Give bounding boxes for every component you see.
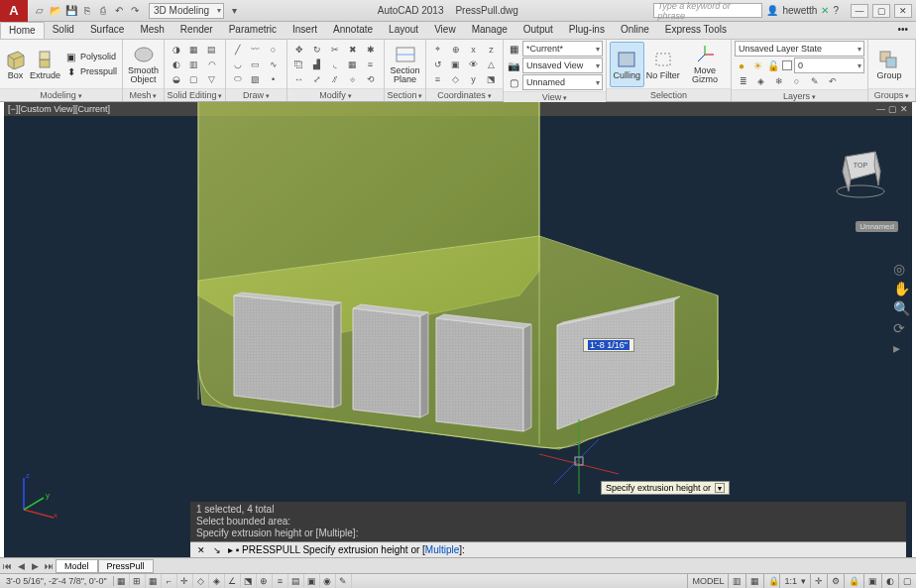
point-icon[interactable]: • [265, 72, 282, 86]
ucs-origin-icon[interactable]: ⊕ [447, 43, 464, 57]
ucs-world-icon[interactable]: ⌖ [429, 43, 446, 57]
exchange-icon[interactable]: ✕ [821, 5, 829, 16]
tab-render[interactable]: Render [172, 22, 221, 39]
sb-am-icon[interactable]: ✎ [336, 574, 352, 589]
intersect-icon[interactable]: ◒ [168, 72, 184, 86]
sb-sc-icon[interactable]: ◉ [320, 574, 336, 589]
tab-insert[interactable]: Insert [285, 22, 325, 39]
hatch-icon[interactable]: ▨ [247, 72, 264, 86]
line-icon[interactable]: ╱ [229, 43, 246, 57]
sb-osnap-icon[interactable]: ◇ [193, 574, 209, 589]
polyline-icon[interactable]: 〰 [247, 43, 264, 57]
app-menu-button[interactable]: A [0, 0, 28, 22]
panel-modeling-title[interactable]: Modeling [40, 90, 81, 100]
fillet-edge-icon[interactable]: ◠ [203, 58, 220, 71]
tab-layout[interactable]: Layout [381, 22, 426, 39]
panel-view-title[interactable]: View [542, 92, 567, 102]
sb-layout-icon[interactable]: ▥ [728, 574, 745, 589]
coords-readout[interactable]: 3'-0 5/16", -2'-4 7/8", 0'-0" [0, 576, 114, 586]
sb-clean-icon[interactable]: ▢ [898, 574, 916, 589]
close-button[interactable]: ✕ [894, 4, 912, 18]
sb-hw-icon[interactable]: ▣ [863, 574, 881, 589]
tab-online[interactable]: Online [613, 22, 657, 39]
minimize-button[interactable]: — [851, 4, 868, 18]
move-icon[interactable]: ✥ [290, 43, 307, 57]
tab-expresstools[interactable]: Express Tools [657, 22, 735, 39]
view-unsaved-combo[interactable]: Unsaved View [522, 58, 603, 73]
bulb-icon[interactable]: ● [735, 59, 748, 72]
smooth-object-button[interactable]: Smooth Object [126, 42, 161, 87]
sb-qv-icon[interactable]: ▦ [745, 574, 763, 589]
stretch-icon[interactable]: ↔ [290, 72, 307, 86]
mirror-icon[interactable]: ▟ [308, 58, 325, 71]
ucs-view-icon[interactable]: 👁 [465, 58, 482, 71]
maximize-button[interactable]: ▢ [872, 4, 890, 18]
union-icon[interactable]: ◑ [168, 43, 184, 57]
section-plane-button[interactable]: Section Plane [388, 42, 422, 87]
sb-tpy-icon[interactable]: ▤ [288, 574, 304, 589]
ucs-icon-icon[interactable]: ⬔ [483, 72, 500, 86]
sb-model-button[interactable]: MODEL [687, 574, 728, 589]
dynamic-input-value[interactable]: 1'-8 1/16" [588, 340, 630, 350]
layprev-icon[interactable]: ↶ [824, 74, 841, 88]
sb-lwt-icon[interactable]: ≡ [273, 574, 288, 589]
panel-modify-title[interactable]: Modify [319, 90, 351, 100]
showmotion-icon[interactable]: ▸ [893, 340, 910, 356]
ucs-y-icon[interactable]: y [465, 72, 482, 86]
cmd-option[interactable]: Multiple [425, 544, 459, 555]
layprop-icon[interactable]: ≣ [735, 74, 751, 88]
layer-color-swatch[interactable] [782, 60, 792, 70]
fillet-icon[interactable]: ◟ [326, 58, 343, 71]
qat-redo-icon[interactable]: ↷ [127, 3, 143, 19]
3drotate-icon[interactable]: ⟲ [362, 72, 379, 86]
tab-mesh[interactable]: Mesh [132, 22, 172, 39]
tab-solid[interactable]: Solid [45, 22, 82, 39]
tab-prev-icon[interactable]: ◀ [14, 561, 28, 571]
layer-combo[interactable]: 0 [794, 58, 864, 73]
pan-icon[interactable]: ✋ [893, 281, 910, 296]
gizmo-button[interactable]: Move Gizmo [682, 42, 728, 87]
search-input[interactable]: Type a keyword or phrase [653, 3, 762, 18]
sb-otrack-icon[interactable]: ∠ [225, 574, 241, 589]
ucs-prev-icon[interactable]: ↺ [429, 58, 446, 71]
workspace-combo[interactable]: 3D Modeling [149, 3, 224, 19]
sb-ortho-icon[interactable]: ⌐ [162, 574, 177, 589]
tab-next-icon[interactable]: ▶ [28, 561, 42, 571]
tab-view[interactable]: View [426, 22, 464, 39]
layerstate-combo[interactable]: Unsaved Layer State [735, 41, 864, 57]
qat-dropdown-icon[interactable]: ▾ [226, 3, 242, 19]
extrude-button[interactable]: Extrude [30, 42, 60, 87]
signin-icon[interactable]: 👤 [766, 5, 778, 16]
panel-layers-title[interactable]: Layers [783, 91, 816, 101]
viewcube[interactable]: TOP [831, 142, 890, 201]
sb-ws-icon[interactable]: ⚙ [827, 574, 844, 589]
copy-icon[interactable]: ⿻ [290, 58, 307, 71]
sb-iso-icon[interactable]: ◐ [881, 574, 898, 589]
qat-undo-icon[interactable]: ↶ [111, 3, 127, 19]
nofilter-button[interactable]: No Filter [646, 42, 680, 87]
tab-plugins[interactable]: Plug-ins [561, 22, 613, 39]
circle-icon[interactable]: ○ [265, 43, 282, 57]
offset-edge-icon[interactable]: ▥ [185, 58, 202, 71]
ucs-named-icon[interactable]: ≡ [429, 72, 446, 86]
command-line[interactable]: ✕ ↘ ▸ ▪ PRESSPULL Specify extrusion heig… [190, 541, 906, 557]
qat-save-icon[interactable]: 💾 [63, 3, 79, 19]
ellipse-icon[interactable]: ⬭ [229, 72, 246, 86]
model-tab[interactable]: Model [56, 559, 98, 573]
arc-icon[interactable]: ◡ [229, 58, 246, 71]
rectangle-icon[interactable]: ▭ [247, 58, 264, 71]
tab-first-icon[interactable]: ⏮ [0, 561, 14, 571]
steering-wheel-icon[interactable]: ◎ [893, 261, 910, 277]
layiso-icon[interactable]: ◈ [752, 74, 769, 88]
ucs-face-icon[interactable]: ▣ [447, 58, 464, 71]
scale-icon[interactable]: ⤢ [308, 72, 325, 86]
tab-output[interactable]: Output [515, 22, 561, 39]
spline-icon[interactable]: ∿ [265, 58, 282, 71]
explode-icon[interactable]: ✱ [362, 43, 379, 57]
panel-mesh-title[interactable]: Mesh [130, 90, 158, 100]
culling-button[interactable]: Culling [610, 42, 644, 87]
sb-ducs-icon[interactable]: ⬔ [241, 574, 257, 589]
ucs-obj-icon[interactable]: ◇ [447, 72, 464, 86]
subtract-icon[interactable]: ◐ [168, 58, 184, 71]
extract-edges-icon[interactable]: ▦ [185, 43, 202, 57]
